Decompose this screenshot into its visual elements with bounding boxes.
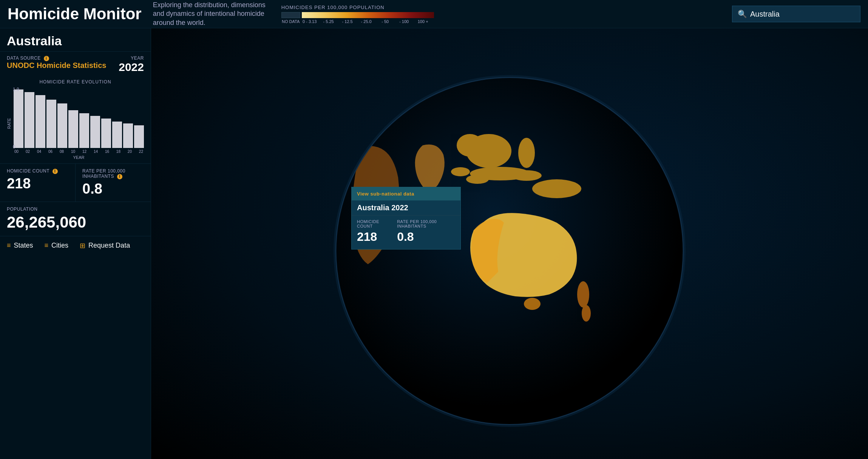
tooltip-header: View sub-national data: [352, 187, 460, 200]
chart-x-label-06: 06: [48, 149, 53, 154]
data-source-label: DATA SOURCE i: [7, 55, 106, 61]
legend-label-7: 100 +: [414, 19, 432, 24]
tooltip-count-value: 218: [357, 230, 389, 244]
chart-bars: [14, 88, 144, 148]
tooltip-homicide-count: HOMICIDE COUNT 218: [357, 219, 389, 244]
chart-x-title: YEAR: [14, 155, 144, 160]
request-data-link[interactable]: ⊞ Request Data: [80, 242, 130, 250]
homicide-count-info-icon[interactable]: i: [53, 169, 58, 174]
homicide-count-label: HOMICIDE COUNT i: [7, 168, 68, 174]
population-value: 26,265,060: [7, 213, 144, 231]
svg-point-11: [577, 281, 589, 308]
legend-label-1: 0 - 3.13: [300, 19, 319, 24]
chart-title: HOMICIDE RATE EVOLUTION: [7, 79, 144, 85]
population-box: POPULATION 26,265,060: [0, 202, 151, 236]
chart-bar-12: [79, 113, 89, 148]
data-source-section: DATA SOURCE i UNODC Homicide Statistics: [7, 55, 106, 70]
legend-title: HOMICIDES PER 100,000 POPULATION: [281, 5, 385, 10]
chart-x-label-00: 00: [14, 149, 19, 154]
chart-bar-20: [123, 123, 133, 148]
svg-point-8: [518, 138, 535, 168]
svg-point-7: [451, 167, 470, 176]
homicide-count-value: 218: [7, 176, 68, 192]
svg-point-6: [466, 175, 489, 184]
chart-x-label-16: 16: [105, 149, 109, 154]
search-icon: 🔍: [738, 9, 747, 18]
chart-x-axis: 000204060810121416182022: [14, 149, 144, 154]
header: Homicide Monitor Exploring the distribut…: [0, 0, 868, 28]
app-subtitle: Exploring the distribution, dimensions a…: [153, 1, 266, 27]
app-title: Homicide Monitor: [8, 5, 142, 23]
legend-container: HOMICIDES PER 100,000 POPULATION NO DATA…: [281, 5, 717, 24]
rate-info-icon[interactable]: i: [117, 174, 122, 179]
chart-area: 1.9 0 000204060810121416182022 YEAR: [14, 88, 144, 160]
bottom-links: ≡ States ≡ Cities ⊞ Request Data: [0, 236, 151, 255]
chart-bar-04: [36, 95, 45, 148]
svg-point-5: [511, 170, 542, 181]
rate-value: 0.8: [82, 181, 144, 197]
tooltip-rate: RATE PER 100,000 INHABITANTS 0.8: [397, 219, 455, 244]
year-value: 2022: [119, 61, 144, 74]
chart-bar-16: [101, 119, 111, 148]
left-panel: Australia DATA SOURCE i UNODC Homicide S…: [0, 28, 151, 459]
legend-label-4: - 25.0: [357, 19, 376, 24]
chart-bar-22: [134, 125, 144, 148]
legend-label-2: - 5.25: [319, 19, 338, 24]
chart-x-label-20: 20: [128, 149, 132, 154]
chart-bar-00: [14, 89, 23, 148]
globe-area[interactable]: View sub-national data Australia 2022 HO…: [151, 28, 868, 459]
legend-gradient: [302, 12, 434, 18]
chart-top-value: 1.9: [13, 87, 19, 92]
svg-point-9: [532, 179, 581, 198]
year-section: YEAR 2022: [119, 55, 144, 74]
cities-icon: ≡: [45, 242, 49, 250]
search-input[interactable]: [750, 10, 855, 18]
data-source-value: UNODC Homicide Statistics: [7, 61, 106, 70]
legend-no-data: [281, 12, 300, 18]
globe-svg: [330, 72, 689, 430]
cities-link[interactable]: ≡ Cities: [45, 242, 69, 250]
legend-label-5: - 50: [376, 19, 395, 24]
cities-label: Cities: [51, 242, 68, 250]
country-tooltip: View sub-national data Australia 2022 HO…: [351, 187, 461, 250]
svg-point-10: [524, 298, 541, 310]
chart-x-label-10: 10: [71, 149, 75, 154]
chart-bar-08: [57, 103, 67, 148]
tooltip-count-label: HOMICIDE COUNT: [357, 219, 389, 228]
tooltip-rate-label: RATE PER 100,000 INHABITANTS: [397, 219, 455, 228]
chart-y-label: RATE: [7, 118, 11, 129]
rate-box: RATE PER 100,000 INHABITANTS i 0.8: [76, 164, 151, 202]
request-data-label: Request Data: [88, 242, 130, 250]
request-data-icon: ⊞: [80, 242, 85, 250]
chart-bar-14: [90, 116, 100, 148]
chart-x-label-12: 12: [82, 149, 86, 154]
states-link[interactable]: ≡ States: [7, 242, 33, 250]
data-source-info-icon[interactable]: i: [44, 56, 49, 61]
svg-point-3: [457, 134, 483, 157]
chart-x-label-18: 18: [116, 149, 120, 154]
stats-row: HOMICIDE COUNT i 218 RATE PER 100,000 IN…: [0, 164, 151, 202]
chart-bar-02: [25, 92, 34, 148]
tooltip-rate-value: 0.8: [397, 230, 455, 244]
population-label: POPULATION: [7, 206, 144, 212]
legend-label-3: - 12.5: [338, 19, 357, 24]
chart-bar-10: [68, 110, 78, 148]
chart-x-label-08: 08: [60, 149, 64, 154]
homicide-count-box: HOMICIDE COUNT i 218: [0, 164, 76, 202]
data-source-row: DATA SOURCE i UNODC Homicide Statistics …: [0, 52, 151, 75]
chart-wrapper: RATE 1.9 0 000204060810121416182022 YEAR: [7, 88, 144, 160]
legend-labels: NO DATA 0 - 3.13 - 5.25 - 12.5 - 25.0 - …: [281, 19, 432, 24]
chart-bar-18: [112, 122, 122, 148]
search-container[interactable]: 🔍: [732, 6, 860, 22]
tooltip-stats: HOMICIDE COUNT 218 RATE PER 100,000 INHA…: [352, 216, 460, 249]
states-icon: ≡: [7, 242, 11, 250]
country-name: Australia: [0, 28, 151, 52]
year-label: YEAR: [119, 55, 144, 61]
chart-x-label-14: 14: [94, 149, 98, 154]
svg-point-12: [582, 305, 591, 322]
chart-section: HOMICIDE RATE EVOLUTION RATE 1.9 0 00020…: [0, 75, 151, 164]
chart-x-label-22: 22: [139, 149, 143, 154]
chart-x-label-04: 04: [37, 149, 41, 154]
legend-label-6: - 100: [395, 19, 414, 24]
legend-label-0: NO DATA: [281, 19, 300, 24]
